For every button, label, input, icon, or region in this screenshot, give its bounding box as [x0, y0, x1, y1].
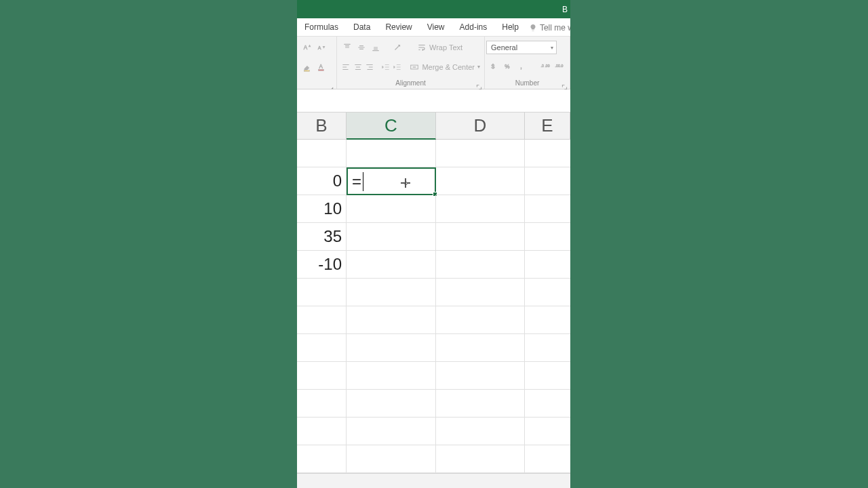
cell-E8[interactable] [525, 334, 570, 362]
cell-D9[interactable] [436, 362, 525, 390]
cell-D6[interactable] [436, 279, 525, 306]
lightbulb-icon [529, 24, 537, 32]
cell-B3[interactable]: 10 [297, 195, 347, 223]
cell-E6[interactable] [525, 279, 570, 306]
orientation-button[interactable] [391, 41, 403, 54]
cell-E3[interactable] [525, 195, 570, 223]
tell-me-label: Tell me what you [540, 23, 570, 33]
font-dialog-launcher[interactable] [328, 81, 335, 87]
cell-B4[interactable]: 35 [297, 223, 347, 251]
cell-E2[interactable] [525, 167, 570, 195]
decrease-font-button[interactable]: A▼ [315, 41, 328, 54]
align-bottom-button[interactable] [370, 41, 382, 54]
svg-text:$: $ [492, 62, 495, 69]
wrap-text-button[interactable]: Wrap Text [417, 43, 462, 52]
cell-D11[interactable] [436, 418, 525, 445]
cell-E9[interactable] [525, 362, 570, 390]
align-middle-button[interactable] [355, 41, 368, 54]
merge-center-button[interactable]: Merge & Center ▾ [410, 62, 480, 72]
tab-review[interactable]: Review [378, 19, 419, 36]
accounting-format-button[interactable]: $ [488, 60, 500, 73]
align-top-button[interactable] [341, 41, 353, 54]
cell-B1[interactable] [297, 140, 347, 167]
align-center-button[interactable] [353, 61, 362, 73]
comma-format-button[interactable]: , [516, 60, 528, 73]
cell-B8[interactable] [297, 334, 347, 362]
column-headers: B C D E [297, 113, 570, 140]
cell-C6[interactable] [347, 279, 436, 306]
cell-C8[interactable] [347, 334, 436, 362]
spreadsheet-grid[interactable]: B C D E 0 = [297, 113, 570, 473]
align-right-button[interactable] [365, 61, 374, 73]
svg-text:.00: .00 [545, 64, 549, 68]
cell-B10[interactable] [297, 390, 347, 418]
cell-D2[interactable] [436, 167, 525, 195]
cell-C2-editing[interactable]: = [347, 167, 436, 195]
align-left-button[interactable] [341, 61, 351, 73]
cell-B12[interactable] [297, 445, 347, 473]
column-header-E[interactable]: E [525, 113, 570, 140]
number-format-dropdown[interactable]: General ▾ [486, 41, 557, 54]
cell-C1[interactable] [347, 140, 436, 167]
cell-C7[interactable] [347, 306, 436, 334]
tab-help[interactable]: Help [494, 19, 526, 36]
cell-D8[interactable] [436, 334, 525, 362]
cell-C5[interactable] [347, 251, 436, 279]
cell-C4[interactable] [347, 223, 436, 251]
cell-E7[interactable] [525, 306, 570, 334]
alignment-dialog-launcher[interactable] [476, 81, 483, 87]
cell-B2[interactable]: 0 [297, 167, 347, 195]
tab-formulas[interactable]: Formulas [297, 19, 346, 36]
select-cursor-icon [401, 178, 410, 188]
cell-B6[interactable] [297, 279, 347, 306]
decrease-decimal-button[interactable]: .00.0 [553, 60, 566, 73]
cell-E10[interactable] [525, 390, 570, 418]
cell-D12[interactable] [436, 445, 525, 473]
cell-D5[interactable] [436, 251, 525, 279]
wrap-text-label: Wrap Text [429, 43, 462, 52]
formula-bar-area[interactable] [297, 89, 570, 113]
tab-view[interactable]: View [420, 19, 452, 36]
cell-C11[interactable] [347, 418, 436, 445]
cell-B9[interactable] [297, 362, 347, 390]
cell-D3[interactable] [436, 195, 525, 223]
increase-decimal-button[interactable]: .0.00 [539, 60, 551, 73]
tab-data[interactable]: Data [346, 19, 378, 36]
cell-D10[interactable] [436, 390, 525, 418]
ribbon-tabs: Formulas Data Review View Add-ins Help T… [297, 18, 570, 37]
increase-font-button[interactable]: A▲ [301, 41, 313, 54]
fill-color-button[interactable] [301, 61, 313, 73]
decrease-indent-button[interactable] [381, 61, 391, 73]
cell-E12[interactable] [525, 445, 570, 473]
tell-me-search[interactable]: Tell me what you [526, 20, 570, 36]
cell-E11[interactable] [525, 418, 570, 445]
column-header-B[interactable]: B [297, 113, 347, 140]
font-color-button[interactable]: A [315, 61, 328, 73]
cell-B11[interactable] [297, 418, 347, 445]
chevron-down-icon: ▾ [551, 45, 553, 51]
number-format-value: General [491, 43, 517, 52]
svg-text:▲: ▲ [308, 44, 311, 47]
cell-D7[interactable] [436, 306, 525, 334]
cell-C9[interactable] [347, 362, 436, 390]
cell-E5[interactable] [525, 251, 570, 279]
increase-indent-button[interactable] [393, 61, 402, 73]
cell-C3[interactable] [347, 195, 436, 223]
cell-B5[interactable]: -10 [297, 251, 347, 279]
ribbon-group-font-partial: A▲ A▼ A [297, 37, 337, 89]
percent-format-button[interactable]: % [502, 60, 514, 73]
tab-addins[interactable]: Add-ins [452, 19, 495, 36]
cell-C12[interactable] [347, 445, 436, 473]
cell-C10[interactable] [347, 390, 436, 418]
cell-E4[interactable] [525, 223, 570, 251]
svg-text:%: % [505, 63, 509, 69]
cell-B7[interactable] [297, 306, 347, 334]
cell-D1[interactable] [436, 140, 525, 167]
column-header-D[interactable]: D [436, 113, 525, 140]
svg-text:▼: ▼ [322, 45, 326, 49]
column-header-C[interactable]: C [347, 113, 436, 140]
merge-icon [410, 62, 419, 72]
number-dialog-launcher[interactable] [561, 81, 568, 87]
cell-E1[interactable] [525, 140, 570, 167]
cell-D4[interactable] [436, 223, 525, 251]
